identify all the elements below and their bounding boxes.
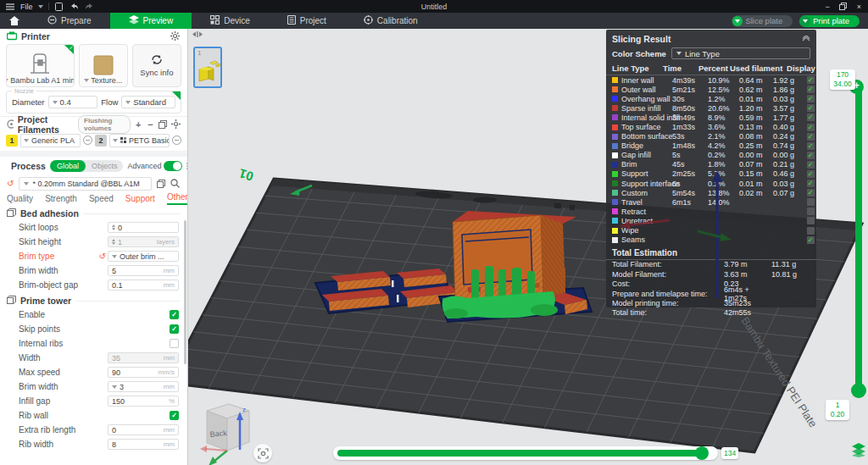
input-field[interactable]: 8mm xyxy=(108,439,179,451)
display-checkbox[interactable]: ✓ xyxy=(807,113,815,121)
setting-row-skirt-height: Skirt height1layers xyxy=(0,235,187,249)
add-filament-icon[interactable]: + xyxy=(135,119,142,130)
hamburger-menu-icon[interactable] xyxy=(5,2,15,11)
display-checkbox[interactable] xyxy=(807,217,815,224)
display-checkbox[interactable]: ✓ xyxy=(807,133,815,141)
print-plate-button[interactable]: Print plate xyxy=(799,15,860,27)
nozzle-diameter-select[interactable]: 0.4 xyxy=(48,96,98,108)
spinner-arrows-icon[interactable] xyxy=(112,239,115,245)
search-icon[interactable] xyxy=(170,179,181,188)
process-tab-speed[interactable]: Speed xyxy=(89,194,114,205)
display-checkbox[interactable]: ✓ xyxy=(807,124,815,131)
redo-icon[interactable] xyxy=(85,2,95,11)
tab-calibration[interactable]: Calibration xyxy=(345,13,437,29)
panel-collapse-icon[interactable] xyxy=(802,36,810,43)
home-button[interactable] xyxy=(0,13,29,29)
input-field[interactable]: 90mm/s xyxy=(108,367,179,379)
filament-edit-icon[interactable] xyxy=(172,136,181,145)
display-checkbox[interactable]: ✓ xyxy=(807,86,815,93)
move-slider-track[interactable] xyxy=(333,446,718,460)
plate-thumbnail[interactable]: 1 xyxy=(193,47,222,88)
file-menu-caret-icon[interactable] xyxy=(38,5,43,8)
display-checkbox[interactable]: ✓ xyxy=(807,189,815,197)
display-checkbox[interactable]: ✓ xyxy=(807,104,815,112)
filament-select-2[interactable]: PETG Basic xyxy=(109,134,170,147)
process-tab-others[interactable]: Others xyxy=(167,192,188,205)
display-checkbox[interactable]: ✓ xyxy=(807,152,815,159)
display-checkbox[interactable] xyxy=(807,208,815,215)
filament-select-1[interactable]: Generic PLA xyxy=(20,134,81,147)
plate-select-caret-icon[interactable] xyxy=(84,79,89,82)
print-dropdown-icon[interactable] xyxy=(800,16,810,26)
slice-dropdown-icon[interactable] xyxy=(732,16,743,26)
revert-icon[interactable]: ↺ xyxy=(99,252,106,261)
printer-settings-gear-icon[interactable] xyxy=(170,31,181,41)
flushing-volumes-button[interactable]: Flushing volumes xyxy=(78,115,131,134)
checkbox[interactable]: ✓ xyxy=(170,324,179,334)
flow-select[interactable]: Standard xyxy=(121,96,175,108)
scope-global[interactable]: Global xyxy=(50,160,86,172)
input-field[interactable]: 150% xyxy=(108,396,179,407)
display-checkbox[interactable]: ✓ xyxy=(807,236,815,244)
process-preset-select[interactable]: * 0.20mm Standard @BBL A1M xyxy=(19,177,152,191)
preset-modified-icon[interactable]: ↺ xyxy=(7,179,14,188)
display-checkbox[interactable]: ✓ xyxy=(807,142,815,150)
dropdown[interactable]: Outer brim ... xyxy=(108,251,179,263)
filament-edit-icon[interactable] xyxy=(83,136,92,145)
thumbnail-collapse-icon[interactable] xyxy=(192,30,203,40)
display-checkbox[interactable]: ✓ xyxy=(807,170,815,178)
scope-objects[interactable]: Objects xyxy=(86,162,124,170)
sync-info-button[interactable]: Sync info xyxy=(132,44,181,87)
process-tab-quality[interactable]: Quality xyxy=(7,194,33,205)
move-slider-handle[interactable] xyxy=(695,446,709,460)
display-checkbox[interactable]: ✓ xyxy=(807,76,815,84)
restore-icon[interactable] xyxy=(838,2,849,11)
printer-select-caret-icon[interactable] xyxy=(6,79,8,82)
display-checkbox[interactable]: ✓ xyxy=(807,161,815,169)
advanced-toggle[interactable] xyxy=(164,161,182,171)
input-field[interactable]: 5mm xyxy=(108,265,179,277)
tab-project[interactable]: Project xyxy=(269,13,345,29)
checkbox[interactable]: ✓ xyxy=(170,411,179,420)
copy-filament-icon[interactable] xyxy=(159,120,167,129)
process-tab-support[interactable]: Support xyxy=(125,194,155,205)
layer-slider-bottom-handle[interactable] xyxy=(851,383,866,398)
file-menu[interactable]: File xyxy=(20,3,33,11)
save-preset-icon[interactable] xyxy=(155,180,166,188)
sidebar-scrollbar[interactable] xyxy=(184,220,186,364)
display-checkbox[interactable]: ✓ xyxy=(807,180,815,187)
minimize-icon[interactable]: − xyxy=(825,3,829,11)
display-checkbox[interactable]: ✓ xyxy=(807,95,815,102)
plate-type-card[interactable]: Texture... xyxy=(79,44,128,87)
filament-settings-gear-icon[interactable] xyxy=(171,119,181,129)
slice-plate-button[interactable]: Slice plate xyxy=(732,15,793,27)
color-scheme-select[interactable]: Line Type xyxy=(671,47,810,59)
nav-cube[interactable]: Back z xyxy=(200,404,249,465)
remove-filament-icon[interactable]: − xyxy=(147,119,154,130)
input-field[interactable]: 35mm xyxy=(108,352,179,364)
spinner-arrows-icon[interactable] xyxy=(112,224,115,230)
filament-badge-1[interactable]: 1 xyxy=(6,135,18,147)
layers-view-icon[interactable] xyxy=(851,442,866,457)
layer-slider-track[interactable] xyxy=(855,81,862,393)
dropdown[interactable]: 3mm xyxy=(108,381,179,393)
input-field[interactable]: 0.1mm xyxy=(108,280,179,291)
checkbox[interactable]: ✓ xyxy=(170,310,179,319)
printer-card[interactable]: ✓ Bambu Lab A1 mini xyxy=(6,44,75,87)
tab-device[interactable]: Device xyxy=(192,13,269,29)
input-field[interactable]: 0mm xyxy=(108,424,179,436)
input-field[interactable]: 0 xyxy=(108,222,179,234)
input-field[interactable]: 1layers xyxy=(108,236,179,248)
display-checkbox[interactable] xyxy=(807,227,815,235)
orient-reset-button[interactable] xyxy=(253,444,272,462)
close-icon[interactable]: × xyxy=(857,3,861,11)
new-project-icon[interactable] xyxy=(54,2,64,11)
scope-toggle[interactable]: Global Objects xyxy=(50,160,124,172)
tab-preview[interactable]: Preview xyxy=(110,13,192,29)
process-tab-strength[interactable]: Strength xyxy=(45,194,77,205)
undo-icon[interactable] xyxy=(70,2,80,11)
display-checkbox[interactable] xyxy=(807,198,815,206)
filament-badge-2[interactable]: 2 xyxy=(95,135,107,147)
tab-prepare[interactable]: Prepare xyxy=(29,13,110,29)
checkbox[interactable] xyxy=(170,339,179,348)
